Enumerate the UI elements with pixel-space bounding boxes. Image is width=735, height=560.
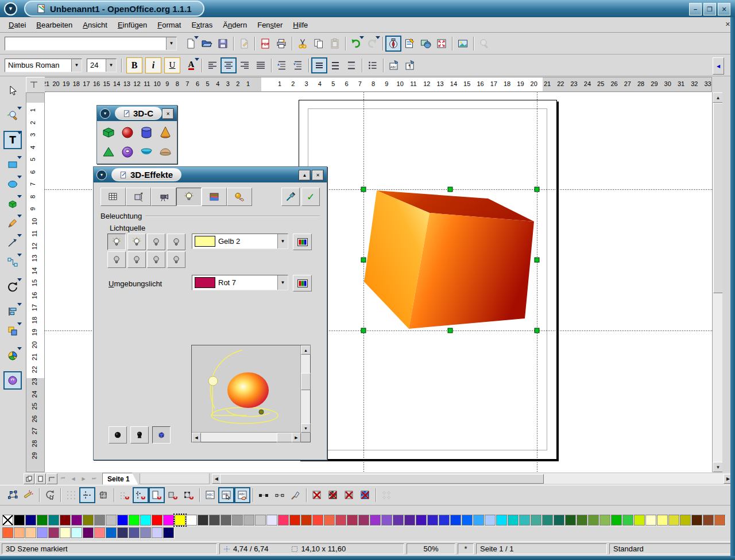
- preview-object-button[interactable]: [152, 426, 171, 444]
- color-swatch[interactable]: [599, 515, 610, 526]
- url-dropdown-button[interactable]: ▼: [166, 37, 176, 50]
- color-swatch[interactable]: [439, 515, 450, 526]
- color-swatch[interactable]: [347, 515, 358, 526]
- tool-insert-flyout-arrow[interactable]: [17, 347, 22, 350]
- preview-vscroll-thumb[interactable]: [301, 373, 311, 390]
- color-swatch[interactable]: [186, 515, 197, 526]
- open-button[interactable]: [199, 36, 215, 52]
- url-combobox[interactable]: ▼: [5, 37, 177, 50]
- color-swatch[interactable]: [703, 515, 714, 526]
- vertical-scrollbar[interactable]: ▲ ▼: [712, 92, 723, 472]
- color-swatch[interactable]: [129, 515, 140, 526]
- color-swatch[interactable]: [106, 515, 117, 526]
- shape-cone[interactable]: [157, 125, 173, 141]
- color-swatch[interactable]: [71, 515, 82, 526]
- light-source-5[interactable]: [107, 251, 126, 268]
- horizontal-scrollbar-thumb[interactable]: [220, 474, 544, 484]
- first-page-button[interactable]: ⏮: [58, 474, 68, 484]
- light-color-dialog-button[interactable]: [293, 234, 312, 250]
- color-swatch[interactable]: [83, 515, 94, 526]
- guides-to-front-button[interactable]: [95, 487, 111, 503]
- tool-text[interactable]: T: [3, 131, 22, 149]
- undo-button[interactable]: [348, 36, 364, 52]
- tool-lines-arrows[interactable]: [3, 234, 22, 252]
- tool-object3d[interactable]: [3, 195, 22, 213]
- preview-scroll-up[interactable]: ▲: [301, 345, 311, 355]
- last-page-button[interactable]: ⏭: [89, 474, 99, 484]
- simple-handles-button[interactable]: [272, 487, 288, 503]
- color-swatch[interactable]: [94, 515, 105, 526]
- light-preview-view[interactable]: [192, 345, 301, 433]
- tool-connector-flyout-arrow[interactable]: [17, 254, 22, 256]
- redo-dropdown-arrow[interactable]: [376, 36, 380, 39]
- spacing-decrease-button[interactable]: [290, 57, 306, 73]
- color-swatch[interactable]: [163, 527, 174, 538]
- font-name-combobox[interactable]: Nimbus Roman ▼: [5, 59, 82, 72]
- tool-text-flyout-arrow[interactable]: [17, 131, 22, 134]
- tool-alignment[interactable]: [3, 302, 22, 321]
- previous-page-button[interactable]: ◀: [68, 474, 78, 484]
- color-swatch[interactable]: [370, 515, 381, 526]
- color-swatch[interactable]: [427, 515, 438, 526]
- font-color-button[interactable]: A: [183, 57, 199, 73]
- exit-all-groups-2-button[interactable]: [325, 487, 341, 503]
- save-button[interactable]: [215, 36, 231, 52]
- preview-lamp-button[interactable]: [130, 426, 149, 444]
- status-page[interactable]: Seite 1 / 1: [476, 543, 607, 554]
- big-handles-button[interactable]: [256, 487, 272, 503]
- shape-halfsphere[interactable]: [157, 144, 173, 160]
- shape-cylinder[interactable]: [138, 125, 154, 141]
- tool-lines-arrows-flyout-arrow[interactable]: [17, 234, 22, 237]
- color-swatch[interactable]: [554, 515, 564, 526]
- light-source-2[interactable]: [127, 234, 146, 250]
- horizontal-ruler[interactable]: 2120191817161514131211109876543211234567…: [45, 77, 712, 92]
- select-text-area-button[interactable]: ABC: [218, 487, 234, 503]
- toolbar-more-button[interactable]: ◀: [713, 57, 724, 75]
- color-swatch[interactable]: [2, 527, 13, 538]
- color-swatch[interactable]: [278, 515, 289, 526]
- print-button[interactable]: [273, 36, 289, 52]
- ambient-color-dropdown[interactable]: ▼: [277, 275, 288, 290]
- color-swatch[interactable]: [14, 527, 25, 538]
- preview-sphere-button[interactable]: [109, 426, 127, 444]
- color-swatch[interactable]: [25, 515, 36, 526]
- rollup-button[interactable]: ▲: [299, 170, 310, 180]
- shape-cube[interactable]: [100, 125, 117, 141]
- color-swatch[interactable]: [634, 515, 645, 526]
- color-swatch[interactable]: [588, 515, 599, 526]
- vertical-scrollbar-thumb[interactable]: [713, 103, 723, 293]
- color-swatch[interactable]: [622, 515, 633, 526]
- new-document-dropdown-arrow[interactable]: [194, 36, 199, 39]
- menu-bearbeiten[interactable]: Bearbeiten: [31, 18, 78, 32]
- color-swatch[interactable]: [301, 515, 312, 526]
- fx-tab-material[interactable]: [227, 188, 252, 206]
- tool-arrange[interactable]: [3, 322, 22, 340]
- show-guides-button[interactable]: [79, 487, 95, 503]
- fx-tab-geometry[interactable]: [126, 188, 151, 206]
- color-swatch[interactable]: [335, 515, 346, 526]
- copy-button[interactable]: [311, 36, 327, 52]
- color-swatch[interactable]: [71, 527, 82, 538]
- next-page-button[interactable]: ▶: [79, 474, 88, 484]
- font-size-dropdown[interactable]: ▼: [106, 59, 116, 72]
- color-swatch[interactable]: [381, 515, 392, 526]
- status-zoom[interactable]: 50%: [407, 543, 455, 554]
- view-mode-button-3[interactable]: [47, 473, 57, 484]
- 3d-objects-palette-titlebar[interactable]: ▼ 3D-C ✕: [97, 106, 177, 121]
- color-swatch[interactable]: [60, 515, 71, 526]
- color-swatch[interactable]: [691, 515, 702, 526]
- underline-button[interactable]: U: [164, 57, 180, 73]
- tool-alignment-flyout-arrow[interactable]: [17, 303, 22, 306]
- selection-handle[interactable]: [448, 328, 452, 333]
- cut-button[interactable]: [295, 36, 311, 52]
- selection-handle[interactable]: [361, 187, 366, 192]
- selection-handle[interactable]: [448, 187, 452, 192]
- maximize-button[interactable]: ❐: [703, 3, 716, 15]
- search-button[interactable]: [476, 36, 492, 52]
- edit-gluepoints-button[interactable]: [21, 487, 37, 503]
- color-swatch[interactable]: [163, 515, 174, 526]
- redo-button[interactable]: [364, 36, 380, 52]
- new-document-button[interactable]: [183, 36, 199, 52]
- close-button[interactable]: ✕: [718, 3, 730, 15]
- page-tab-seite-1[interactable]: Seite 1: [102, 473, 138, 485]
